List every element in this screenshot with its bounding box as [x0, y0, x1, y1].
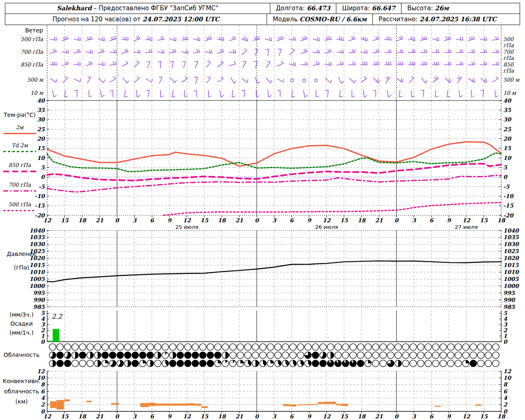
svg-text:0: 0: [503, 338, 508, 345]
svg-text:12: 12: [323, 217, 331, 224]
svg-text:12: 12: [183, 217, 191, 224]
svg-text:1020: 1020: [29, 255, 45, 261]
svg-text:1000: 1000: [503, 283, 519, 289]
svg-text:10: 10: [37, 155, 45, 161]
svg-text:20: 20: [37, 135, 45, 142]
svg-text:6: 6: [429, 413, 434, 420]
svg-text:30: 30: [503, 116, 511, 123]
svg-text:18: 18: [498, 217, 506, 224]
svg-text:990: 990: [503, 297, 516, 303]
svg-text:1010: 1010: [29, 269, 45, 275]
svg-text:25: 25: [37, 126, 45, 132]
svg-text:1005: 1005: [29, 276, 45, 282]
svg-text:18: 18: [358, 217, 366, 224]
svg-text:18: 18: [218, 217, 226, 224]
svg-text:8: 8: [41, 381, 46, 388]
svg-text:3: 3: [272, 413, 277, 420]
svg-text:26 июля: 26 июля: [315, 224, 338, 230]
svg-text:25 июля: 25 июля: [176, 224, 199, 230]
svg-text:-15: -15: [503, 202, 514, 209]
svg-text:35: 35: [503, 107, 511, 113]
svg-text:15: 15: [340, 413, 348, 420]
svg-text:12: 12: [43, 413, 52, 420]
svg-text:1000: 1000: [29, 283, 45, 289]
svg-text:9: 9: [167, 413, 172, 420]
svg-text:6: 6: [429, 217, 434, 224]
svg-text:0: 0: [41, 338, 46, 345]
svg-text:12: 12: [323, 413, 331, 420]
svg-text:3: 3: [132, 413, 137, 420]
svg-text:20: 20: [503, 135, 511, 142]
svg-text:15: 15: [37, 145, 45, 151]
svg-text:12: 12: [183, 413, 191, 420]
svg-text:15: 15: [480, 413, 488, 420]
svg-text:5: 5: [41, 164, 46, 171]
svg-text:-5: -5: [503, 183, 510, 190]
svg-text:6: 6: [150, 217, 155, 224]
svg-text:9: 9: [307, 217, 312, 224]
svg-text:40: 40: [37, 97, 45, 104]
svg-text:1010: 1010: [503, 269, 519, 275]
svg-text:15: 15: [201, 413, 209, 420]
svg-text:5: 5: [503, 164, 508, 171]
svg-text:12: 12: [462, 217, 470, 224]
svg-text:6: 6: [290, 413, 294, 420]
svg-text:15: 15: [340, 217, 348, 224]
svg-text:1005: 1005: [503, 276, 519, 282]
svg-text:3: 3: [412, 217, 416, 224]
svg-text:15: 15: [480, 217, 488, 224]
svg-text:12: 12: [37, 368, 45, 374]
svg-text:4: 4: [41, 395, 45, 401]
svg-text:6: 6: [150, 413, 155, 420]
svg-text:18: 18: [498, 413, 506, 420]
svg-text:18: 18: [218, 413, 226, 420]
svg-text:8: 8: [503, 381, 508, 388]
svg-text:1035: 1035: [503, 234, 519, 240]
svg-text:9: 9: [307, 413, 312, 420]
svg-text:0: 0: [395, 413, 399, 420]
svg-text:0: 0: [395, 217, 399, 224]
svg-text:985: 985: [503, 304, 516, 310]
svg-text:10: 10: [503, 374, 511, 381]
svg-text:995: 995: [503, 290, 516, 296]
svg-text:6: 6: [290, 217, 294, 224]
svg-text:1040: 1040: [29, 227, 45, 234]
svg-text:18: 18: [78, 217, 87, 224]
svg-text:21: 21: [235, 413, 243, 420]
svg-text:21: 21: [96, 217, 103, 224]
svg-text:985: 985: [33, 304, 46, 310]
svg-text:12: 12: [462, 413, 470, 420]
svg-text:10: 10: [503, 155, 511, 161]
svg-text:18: 18: [358, 413, 366, 420]
svg-text:1015: 1015: [503, 262, 519, 268]
svg-text:1040: 1040: [503, 227, 519, 234]
svg-text:21: 21: [375, 217, 383, 224]
svg-text:4: 4: [503, 395, 507, 401]
svg-text:1030: 1030: [503, 241, 519, 247]
svg-text:9: 9: [447, 217, 452, 224]
svg-text:35: 35: [37, 107, 45, 113]
svg-text:0: 0: [255, 217, 259, 224]
svg-text:1015: 1015: [29, 262, 45, 268]
svg-text:25: 25: [503, 126, 511, 132]
svg-text:15: 15: [201, 217, 209, 224]
svg-text:3: 3: [132, 217, 137, 224]
svg-text:15: 15: [503, 145, 511, 151]
svg-text:40: 40: [503, 97, 511, 104]
svg-text:15: 15: [61, 413, 69, 420]
meteogram-page: Salekhard – Предоставлено ФГБУ "ЗапСиб У…: [0, 0, 525, 420]
svg-text:0: 0: [115, 217, 120, 224]
svg-text:-10: -10: [503, 193, 514, 199]
svg-text:-15: -15: [35, 202, 46, 209]
svg-text:2: 2: [41, 401, 46, 408]
svg-text:1035: 1035: [29, 234, 45, 240]
svg-text:0: 0: [115, 413, 120, 420]
svg-text:1030: 1030: [29, 241, 45, 247]
svg-text:9: 9: [447, 413, 452, 420]
svg-text:995: 995: [33, 290, 46, 296]
svg-text:18: 18: [78, 413, 87, 420]
svg-text:12: 12: [503, 368, 511, 374]
svg-text:21: 21: [375, 413, 383, 420]
svg-text:990: 990: [33, 297, 46, 303]
svg-text:9: 9: [167, 217, 172, 224]
